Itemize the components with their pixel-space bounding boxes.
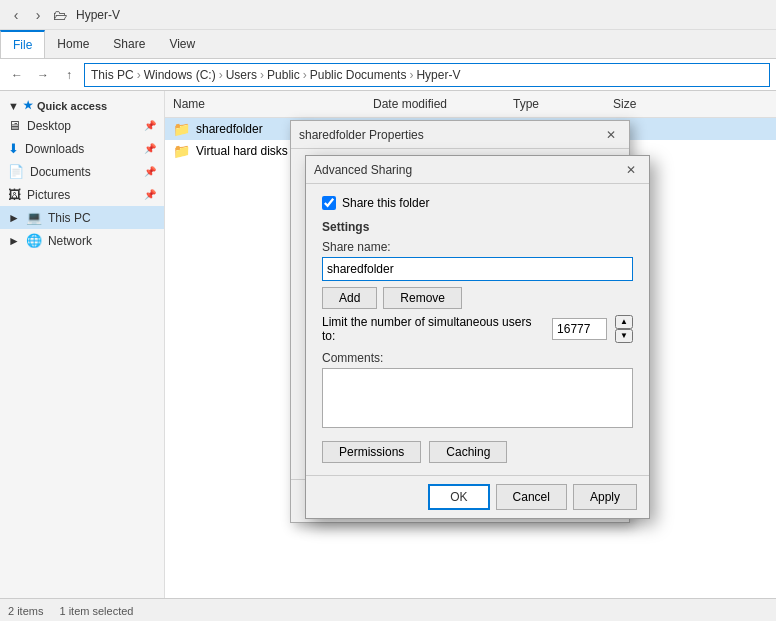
sep4: › — [303, 68, 307, 82]
limit-down-button[interactable]: ▼ — [615, 329, 633, 343]
share-checkbox-label[interactable]: Share this folder — [342, 196, 429, 210]
sidebar-item-pictures[interactable]: 🖼 Pictures 📌 — [0, 183, 164, 206]
sidebar-item-documents[interactable]: 📄 Documents 📌 — [0, 160, 164, 183]
sidebar-item-desktop[interactable]: 🖥 Desktop 📌 — [0, 114, 164, 137]
limit-input[interactable] — [552, 318, 607, 340]
chevron-right-icon2: ► — [8, 234, 20, 248]
path-drive: Windows (C:) — [144, 68, 216, 82]
comments-label: Comments: — [322, 351, 633, 365]
permissions-button[interactable]: Permissions — [322, 441, 421, 463]
minimize-icon[interactable]: 🗁 — [52, 7, 68, 23]
selected-count: 1 item selected — [59, 605, 133, 617]
share-checkbox[interactable] — [322, 196, 336, 210]
col-header-size[interactable]: Size — [605, 95, 685, 113]
chevron-down-icon: ▼ — [8, 100, 19, 112]
remove-button[interactable]: Remove — [383, 287, 462, 309]
sidebar-section-quick-access[interactable]: ▼ ★ Quick access — [0, 95, 164, 114]
settings-section-label: Settings — [322, 220, 633, 234]
limit-label: Limit the number of simultaneous users t… — [322, 315, 544, 343]
add-remove-row: Add Remove — [322, 287, 633, 309]
col-header-date[interactable]: Date modified — [365, 95, 505, 113]
back-button[interactable]: ← — [6, 64, 28, 86]
file-list-header: Name Date modified Type Size — [165, 91, 776, 118]
comments-textarea[interactable] — [322, 368, 633, 428]
forward-button[interactable]: → — [32, 64, 54, 86]
adv-sharing-close-button[interactable]: ✕ — [621, 160, 641, 180]
chevron-right-icon: ► — [8, 211, 20, 225]
limit-up-button[interactable]: ▲ — [615, 315, 633, 329]
adv-ok-button[interactable]: OK — [428, 484, 489, 510]
col-header-type[interactable]: Type — [505, 95, 605, 113]
col-header-name[interactable]: Name — [165, 95, 365, 113]
path-public: Public — [267, 68, 300, 82]
sep5: › — [409, 68, 413, 82]
properties-dialog-title: sharedfolder Properties — [299, 128, 424, 142]
sep3: › — [260, 68, 264, 82]
tab-view[interactable]: View — [157, 30, 207, 58]
path-hyperv: Hyper-V — [416, 68, 460, 82]
share-checkbox-row: Share this folder — [322, 196, 633, 210]
sep2: › — [219, 68, 223, 82]
sidebar: ▼ ★ Quick access 🖥 Desktop 📌 ⬇ Downloads… — [0, 91, 165, 598]
adv-apply-button[interactable]: Apply — [573, 484, 637, 510]
adv-cancel-button[interactable]: Cancel — [496, 484, 567, 510]
forward-icon[interactable]: › — [30, 7, 46, 23]
caching-button[interactable]: Caching — [429, 441, 507, 463]
address-bar: ← → ↑ This PC › Windows (C:) › Users › P… — [0, 59, 776, 91]
path-users: Users — [226, 68, 257, 82]
share-name-label: Share name: — [322, 240, 633, 254]
dialog-advanced-sharing[interactable]: Advanced Sharing ✕ Share this folder Set… — [305, 155, 650, 519]
share-name-input[interactable] — [322, 257, 633, 281]
adv-sharing-footer: OK Cancel Apply — [306, 475, 649, 518]
sep1: › — [137, 68, 141, 82]
item-count: 2 items — [8, 605, 43, 617]
address-path[interactable]: This PC › Windows (C:) › Users › Public … — [84, 63, 770, 87]
title-bar: ‹ › 🗁 Hyper-V — [0, 0, 776, 30]
tab-file[interactable]: File — [0, 30, 45, 58]
path-pubdocs: Public Documents — [310, 68, 407, 82]
adv-sharing-body: Share this folder Settings Share name: A… — [306, 184, 649, 475]
tab-home[interactable]: Home — [45, 30, 101, 58]
window-title: Hyper-V — [76, 8, 120, 22]
adv-sharing-title-bar: Advanced Sharing ✕ — [306, 156, 649, 184]
sidebar-item-network[interactable]: ► 🌐 Network — [0, 229, 164, 252]
sidebar-item-thispc[interactable]: ► 💻 This PC — [0, 206, 164, 229]
path-thispc: This PC — [91, 68, 134, 82]
properties-title-bar: sharedfolder Properties ✕ — [291, 121, 629, 149]
add-button[interactable]: Add — [322, 287, 377, 309]
ribbon: File Home Share View — [0, 30, 776, 59]
limit-row: Limit the number of simultaneous users t… — [322, 315, 633, 343]
properties-close-button[interactable]: ✕ — [601, 125, 621, 145]
sidebar-item-downloads[interactable]: ⬇ Downloads 📌 — [0, 137, 164, 160]
perm-caching-row: Permissions Caching — [322, 441, 633, 463]
adv-sharing-title: Advanced Sharing — [314, 163, 412, 177]
status-bar: 2 items 1 item selected — [0, 598, 776, 621]
tab-share[interactable]: Share — [101, 30, 157, 58]
up-button[interactable]: ↑ — [58, 64, 80, 86]
back-icon[interactable]: ‹ — [8, 7, 24, 23]
